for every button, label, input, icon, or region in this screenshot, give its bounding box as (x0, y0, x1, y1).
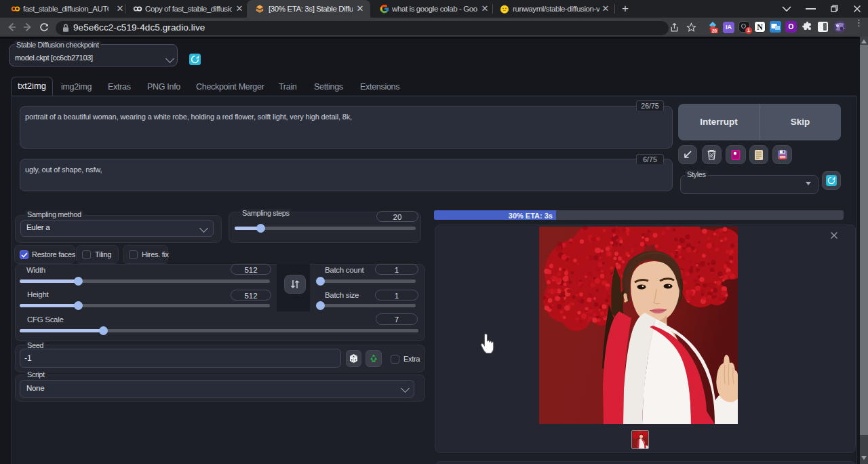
svg-text:20: 20 (712, 28, 717, 33)
